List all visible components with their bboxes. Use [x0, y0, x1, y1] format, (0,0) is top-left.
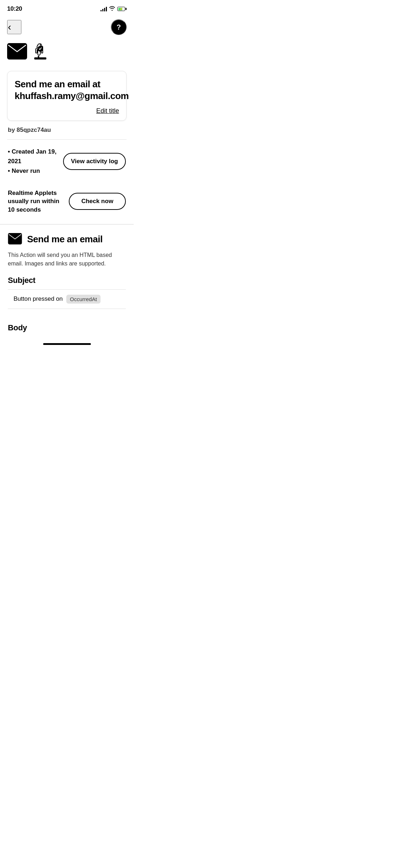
subject-field: Button pressed on OccurredAt — [8, 289, 126, 309]
nav-bar: ‹ ? — [0, 16, 134, 40]
wifi-icon — [109, 6, 115, 12]
subject-label: Subject — [8, 276, 126, 285]
run-status: • Never run — [8, 166, 59, 176]
check-now-button[interactable]: Check now — [69, 193, 126, 210]
created-date: • Created Jan 19, 2021 — [8, 147, 59, 166]
title-card: Send me an email at khuffash.ramy@gmail.… — [7, 71, 127, 121]
edit-title-button[interactable]: Edit title — [96, 107, 119, 115]
info-section: • Created Jan 19, 2021 • Never run View … — [0, 140, 134, 183]
action-email-icon — [8, 233, 22, 246]
realtime-description: Realtime Applets usually run within 10 s… — [8, 189, 65, 214]
battery-icon: ⚡ — [117, 7, 127, 11]
occurred-at-tag[interactable]: OccurredAt — [66, 295, 101, 304]
svg-rect-3 — [36, 57, 45, 59]
action-title: Send me an email — [27, 234, 103, 245]
help-icon: ? — [117, 24, 121, 31]
action-header: Send me an email — [8, 233, 126, 246]
subject-plain-text: Button pressed on — [14, 295, 63, 303]
status-time: 10:20 — [7, 5, 22, 12]
signal-icon — [101, 6, 107, 11]
info-details: • Created Jan 19, 2021 • Never run — [8, 147, 59, 176]
status-icons: ⚡ — [101, 6, 127, 12]
author-row: by 85qpzc74au — [0, 121, 134, 139]
help-button[interactable]: ? — [111, 19, 127, 35]
author-prefix: by — [8, 126, 15, 133]
action-description: This Action will send you an HTML based … — [8, 251, 126, 268]
author-name: 85qpzc74au — [17, 126, 51, 133]
action-section: Send me an email This Action will send y… — [0, 224, 134, 316]
realtime-section: Realtime Applets usually run within 10 s… — [0, 183, 134, 221]
home-indicator — [43, 343, 91, 345]
email-icon — [7, 43, 27, 61]
applet-icons-row — [0, 40, 134, 71]
applet-title: Send me an email at khuffash.ramy@gmail.… — [15, 78, 119, 102]
view-activity-log-button[interactable]: View activity log — [63, 153, 126, 170]
status-bar: 10:20 ⚡ — [0, 0, 134, 16]
trigger-icon — [31, 43, 49, 64]
back-chevron-icon: ‹ — [8, 22, 11, 32]
back-button[interactable]: ‹ — [7, 20, 21, 34]
body-label: Body — [0, 316, 134, 336]
